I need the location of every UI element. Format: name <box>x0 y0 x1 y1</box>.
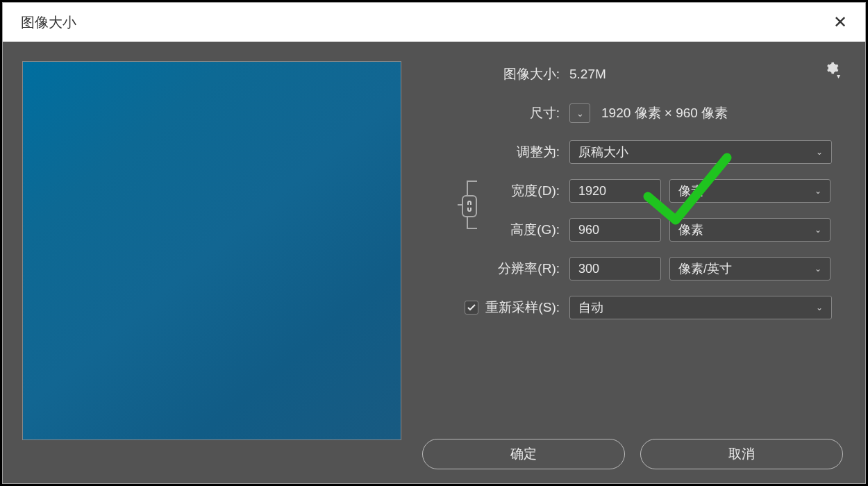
label-width: 宽度(D): <box>422 182 569 200</box>
resolution-unit-value: 像素/英寸 <box>678 260 732 277</box>
width-unit-select[interactable]: 像素 ⌄ <box>669 179 831 203</box>
titlebar: 图像大小 ✕ <box>3 3 865 42</box>
row-fit-to: 调整为: 原稿大小 ⌄ <box>422 139 853 165</box>
form-area: ▾ 图像大小: 5.27M 尺寸: ⌄ 1920 像素 × 960 像素 调整为… <box>422 61 853 471</box>
close-icon[interactable]: ✕ <box>833 12 847 32</box>
resolution-unit-select[interactable]: 像素/英寸 ⌄ <box>669 257 831 280</box>
height-unit-select[interactable]: 像素 ⌄ <box>669 218 831 242</box>
chevron-down-icon: ⌄ <box>815 264 821 274</box>
dimensions-unit-dropdown[interactable]: ⌄ <box>569 103 590 123</box>
image-preview <box>22 61 401 440</box>
check-icon <box>467 303 476 312</box>
height-unit-value: 像素 <box>678 221 703 238</box>
width-input[interactable] <box>569 179 661 203</box>
label-resolution: 分辨率(R): <box>422 260 569 278</box>
height-input[interactable] <box>569 218 661 242</box>
value-image-size: 5.27M <box>569 67 606 82</box>
width-unit-value: 像素 <box>678 183 703 199</box>
chevron-down-icon: ⌄ <box>576 108 584 119</box>
label-resample: 重新采样(S): <box>485 299 560 317</box>
cancel-button[interactable]: 取消 <box>640 439 843 469</box>
label-height: 高度(G): <box>422 221 569 239</box>
resample-method-value: 自动 <box>578 299 603 316</box>
resample-checkbox[interactable] <box>465 301 478 315</box>
chevron-down-icon: ⌄ <box>816 147 823 157</box>
resample-method-select[interactable]: 自动 ⌄ <box>569 296 832 319</box>
chevron-down-icon: ⌄ <box>815 225 821 235</box>
row-resample: 重新采样(S): 自动 ⌄ <box>422 294 853 321</box>
chevron-down-icon: ⌄ <box>815 186 821 196</box>
row-resolution: 分辨率(R): 像素/英寸 ⌄ <box>422 255 853 282</box>
dialog-content: ▾ 图像大小: 5.27M 尺寸: ⌄ 1920 像素 × 960 像素 调整为… <box>3 42 865 483</box>
window-title: 图像大小 <box>21 13 76 32</box>
row-image-size: 图像大小: 5.27M <box>422 61 853 87</box>
ok-button[interactable]: 确定 <box>422 439 625 469</box>
fit-to-select[interactable]: 原稿大小 ⌄ <box>569 140 832 164</box>
label-image-size: 图像大小: <box>422 65 569 83</box>
value-dimensions: 1920 像素 × 960 像素 <box>601 104 728 122</box>
row-height: 高度(G): 像素 ⌄ <box>422 217 853 243</box>
button-row: 确定 取消 <box>422 439 843 469</box>
label-fit-to: 调整为: <box>422 143 569 161</box>
constrain-proportions-toggle[interactable] <box>462 195 477 217</box>
image-size-dialog: 图像大小 ✕ ▾ 图像大小: 5.27M 尺寸: ⌄ 1920 像素 × 960… <box>2 2 866 484</box>
fit-to-value: 原稿大小 <box>578 144 628 160</box>
chevron-down-icon: ⌄ <box>816 303 823 312</box>
row-dimensions: 尺寸: ⌄ 1920 像素 × 960 像素 <box>422 100 853 126</box>
row-width: 宽度(D): 像素 ⌄ <box>422 178 853 204</box>
resolution-input[interactable] <box>569 257 661 280</box>
gear-icon[interactable]: ▾ <box>825 61 839 78</box>
label-dimensions: 尺寸: <box>422 104 569 122</box>
